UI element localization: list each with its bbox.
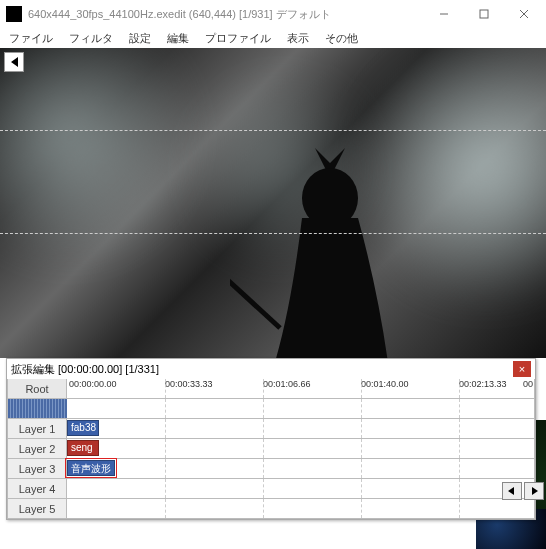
svg-line-5 [230, 218, 280, 328]
layer-header-5[interactable]: Layer 5 [7, 499, 67, 519]
layer-row-1[interactable]: fab38 [67, 419, 535, 439]
clip-audio-waveform[interactable]: 音声波形 [67, 460, 115, 476]
layer-row-3[interactable]: 音声波形 [67, 459, 535, 479]
menu-file[interactable]: ファイル [2, 29, 60, 48]
prev-frame-button[interactable] [502, 482, 522, 500]
layer-row-2[interactable]: seng [67, 439, 535, 459]
layer-header-2[interactable]: Layer 2 [7, 439, 67, 459]
preview-area[interactable] [0, 48, 546, 358]
menu-profile[interactable]: プロファイル [198, 29, 278, 48]
timeline-panel: 拡張編集 [00:00:00.00] [1/331] × Root 00:00:… [6, 358, 536, 520]
layer-header-3[interactable]: Layer 3 [7, 459, 67, 479]
layer-row-4[interactable] [67, 479, 535, 499]
back-to-start-button[interactable] [4, 52, 24, 72]
timeline-titlebar[interactable]: 拡張編集 [00:00:00.00] [1/331] × [7, 359, 535, 379]
svg-rect-1 [480, 10, 488, 18]
clip-seng[interactable]: seng [67, 440, 99, 456]
window-title: 640x444_30fps_44100Hz.exedit (640,444) [… [28, 7, 424, 22]
menu-edit[interactable]: 編集 [160, 29, 196, 48]
maximize-button[interactable] [464, 0, 504, 28]
ruler-tick: 00:01:06.66 [263, 379, 311, 389]
ruler-tick: 00:00:00.00 [69, 379, 117, 389]
time-ruler[interactable]: 00:00:00.00 00:00:33.33 00:01:06.66 00:0… [67, 379, 535, 399]
guide-line [0, 130, 546, 234]
menu-other[interactable]: その他 [318, 29, 365, 48]
menu-view[interactable]: 表示 [280, 29, 316, 48]
clip-fab38[interactable]: fab38 [67, 420, 99, 436]
menu-settings[interactable]: 設定 [122, 29, 158, 48]
nav-buttons [502, 482, 544, 500]
layer-row-5[interactable] [67, 499, 535, 519]
layer-header-4[interactable]: Layer 4 [7, 479, 67, 499]
app-icon [6, 6, 22, 22]
next-frame-button[interactable] [524, 482, 544, 500]
close-button[interactable] [504, 0, 544, 28]
minimize-button[interactable] [424, 0, 464, 28]
timeline-title: 拡張編集 [00:00:00.00] [1/331] [11, 362, 513, 377]
layer-header-1[interactable]: Layer 1 [7, 419, 67, 439]
ruler-tick: 00:00:33.33 [165, 379, 213, 389]
ruler-tick: 00 [523, 379, 533, 389]
ruler-tick: 00:02:13.33 [459, 379, 507, 389]
waveform-preview [7, 399, 67, 419]
ruler-tick: 00:01:40.00 [361, 379, 409, 389]
timeline-track[interactable] [67, 399, 535, 419]
timeline-close-button[interactable]: × [513, 361, 531, 377]
titlebar: 640x444_30fps_44100Hz.exedit (640,444) [… [0, 0, 546, 28]
menu-filter[interactable]: フィルタ [62, 29, 120, 48]
menubar: ファイル フィルタ 設定 編集 プロファイル 表示 その他 [0, 28, 546, 48]
root-header[interactable]: Root [7, 379, 67, 399]
